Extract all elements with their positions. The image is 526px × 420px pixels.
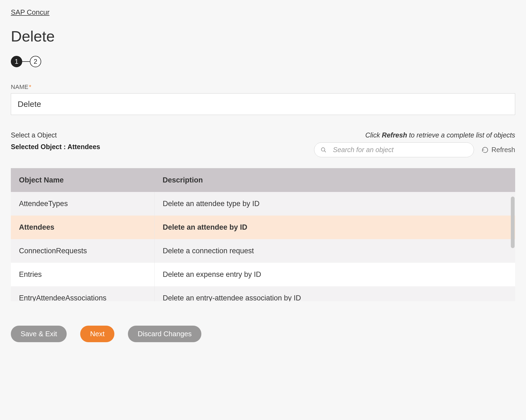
step-connector — [22, 61, 30, 62]
refresh-button-label: Refresh — [491, 146, 515, 154]
table-cell-description: Delete an entry-attendee association by … — [154, 286, 515, 301]
page-title: Delete — [11, 27, 515, 45]
table-cell-name: Entries — [11, 263, 154, 286]
table-cell-name: ConnectionRequests — [11, 239, 154, 263]
table-row[interactable]: AttendeeTypesDelete an attendee type by … — [11, 192, 515, 216]
name-label-text: NAME — [11, 84, 28, 90]
object-search-input[interactable] — [314, 142, 474, 157]
name-field-label: NAME* — [11, 84, 515, 91]
table-cell-description: Delete a connection request — [154, 239, 515, 263]
object-table-scroll[interactable]: Object Name Description AttendeeTypesDel… — [11, 168, 515, 301]
selected-object-display: Selected Object : Attendees — [11, 143, 100, 151]
table-row[interactable]: EntriesDelete an expense entry by ID — [11, 263, 515, 286]
object-table-wrap: Object Name Description AttendeeTypesDel… — [11, 168, 515, 301]
required-asterisk: * — [29, 84, 31, 90]
table-row[interactable]: AttendeesDelete an attendee by ID — [11, 216, 515, 239]
footer-buttons: Save & Exit Next Discard Changes — [11, 326, 515, 342]
step-2[interactable]: 2 — [30, 56, 41, 67]
search-wrapper — [314, 142, 474, 157]
refresh-hint: Click Refresh to retrieve a complete lis… — [314, 131, 515, 139]
table-row[interactable]: EntryAttendeeAssociationsDelete an entry… — [11, 286, 515, 301]
refresh-icon — [482, 146, 489, 153]
svg-point-0 — [321, 148, 325, 151]
selected-object-value: Attendees — [67, 143, 100, 150]
refresh-hint-post: to retrieve a complete list of objects — [407, 131, 515, 139]
table-cell-description: Delete an attendee by ID — [154, 216, 515, 239]
refresh-hint-pre: Click — [365, 131, 382, 139]
svg-line-1 — [325, 151, 326, 152]
refresh-button[interactable]: Refresh — [482, 146, 515, 154]
table-row[interactable]: ConnectionRequestsDelete a connection re… — [11, 239, 515, 263]
table-cell-description: Delete an expense entry by ID — [154, 263, 515, 286]
selected-object-prefix: Selected Object : — [11, 143, 67, 150]
object-table: Object Name Description AttendeeTypesDel… — [11, 168, 515, 301]
step-1[interactable]: 1 — [11, 56, 22, 67]
table-cell-description: Delete an attendee type by ID — [154, 192, 515, 216]
table-cell-name: Attendees — [11, 216, 154, 239]
table-header-description: Description — [154, 168, 515, 192]
save-exit-button[interactable]: Save & Exit — [11, 326, 67, 342]
name-input[interactable] — [11, 93, 515, 115]
table-header-name: Object Name — [11, 168, 154, 192]
next-button[interactable]: Next — [80, 326, 114, 342]
table-cell-name: AttendeeTypes — [11, 192, 154, 216]
scrollbar-thumb[interactable] — [511, 197, 515, 248]
table-cell-name: EntryAttendeeAssociations — [11, 286, 154, 301]
select-object-label: Select a Object — [11, 131, 100, 139]
search-icon — [321, 147, 327, 153]
breadcrumb-sap-concur[interactable]: SAP Concur — [11, 8, 50, 17]
refresh-hint-bold: Refresh — [382, 131, 407, 139]
discard-button[interactable]: Discard Changes — [128, 326, 201, 342]
stepper: 1 2 — [11, 56, 515, 67]
